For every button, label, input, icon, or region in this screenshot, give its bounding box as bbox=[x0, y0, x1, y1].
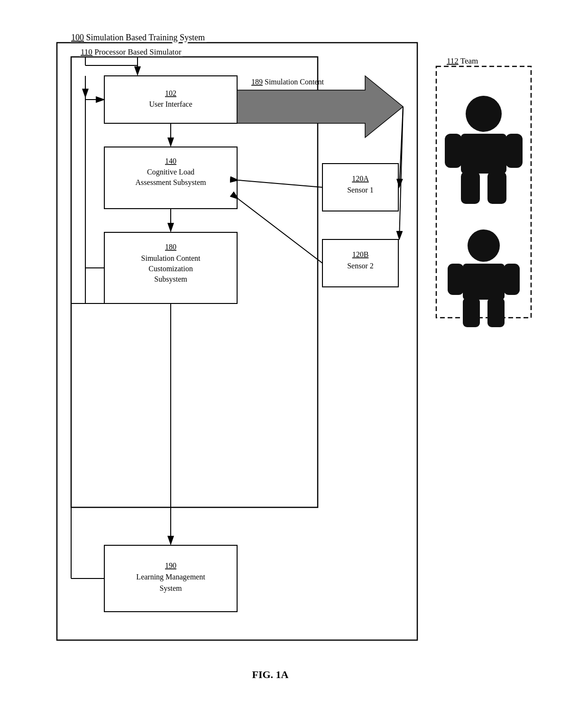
svg-rect-80 bbox=[463, 264, 505, 300]
svg-point-73 bbox=[466, 96, 502, 132]
svg-text:Cognitive Load: Cognitive Load bbox=[147, 168, 194, 176]
svg-rect-83 bbox=[463, 298, 480, 327]
svg-rect-84 bbox=[487, 298, 505, 327]
svg-text:Sensor 2: Sensor 2 bbox=[347, 262, 374, 270]
svg-text:100
       Simulation Based Tr: 100 Simulation Based Training System bbox=[71, 33, 205, 42]
svg-text:180: 180 bbox=[165, 243, 176, 251]
svg-text:Simulation Content: Simulation Content bbox=[141, 254, 201, 262]
svg-point-79 bbox=[468, 229, 500, 262]
svg-text:189
       Simulation Content: 189 Simulation Content bbox=[251, 78, 324, 86]
svg-rect-74 bbox=[461, 134, 506, 174]
svg-rect-23 bbox=[71, 57, 318, 507]
svg-text:Customization: Customization bbox=[148, 265, 193, 273]
svg-line-67 bbox=[239, 199, 322, 263]
svg-text:190: 190 bbox=[165, 561, 176, 569]
svg-text:112
       Team: 112 Team bbox=[447, 56, 478, 65]
svg-text:110
       Processor Based Sim: 110 Processor Based Simulator bbox=[81, 47, 182, 56]
svg-text:Learning Management: Learning Management bbox=[136, 573, 205, 581]
svg-rect-26 bbox=[104, 76, 237, 123]
svg-rect-81 bbox=[448, 264, 464, 295]
main-diagram-svg: 100 Simulation Based Training System 100… bbox=[43, 24, 545, 688]
svg-rect-78 bbox=[487, 172, 506, 204]
svg-rect-82 bbox=[504, 264, 520, 295]
svg-text:FIG. 1A: FIG. 1A bbox=[252, 669, 289, 680]
svg-rect-76 bbox=[505, 134, 523, 168]
diagram-container: 100 Simulation Based Training System 100… bbox=[0, 9, 588, 702]
svg-rect-30 bbox=[104, 147, 237, 209]
svg-text:102: 102 bbox=[165, 89, 176, 97]
svg-text:Sensor 1: Sensor 1 bbox=[347, 186, 374, 194]
svg-text:Subsystem: Subsystem bbox=[154, 275, 187, 284]
svg-text:120A: 120A bbox=[352, 174, 369, 183]
svg-text:User Interface: User Interface bbox=[149, 100, 192, 108]
svg-rect-75 bbox=[445, 134, 462, 168]
svg-line-66 bbox=[239, 180, 322, 187]
svg-rect-77 bbox=[461, 172, 480, 204]
svg-text:140: 140 bbox=[165, 157, 176, 165]
svg-text:System: System bbox=[159, 584, 182, 593]
svg-text:120B: 120B bbox=[352, 250, 369, 258]
svg-text:Assessment Subsystem: Assessment Subsystem bbox=[136, 178, 206, 187]
